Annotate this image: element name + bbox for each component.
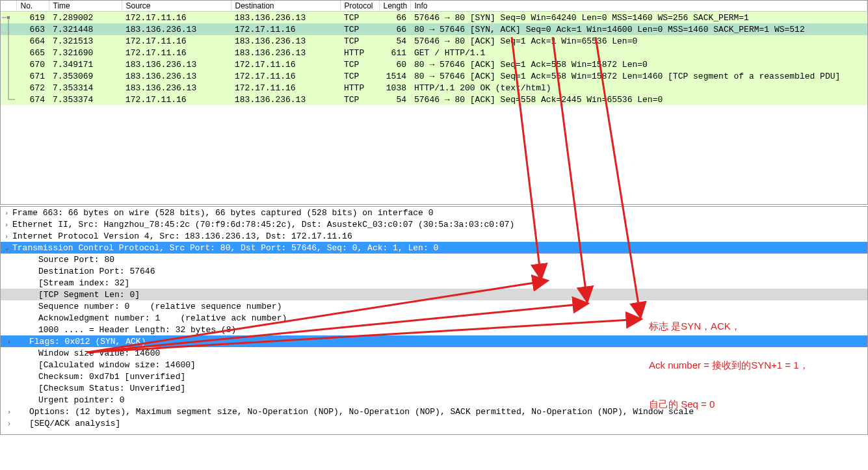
detail-top-node[interactable]: ›Ethernet II, Src: Hangzhou_78:45:2c (70… <box>1 218 867 230</box>
cell-protocol: TCP <box>340 94 379 105</box>
cell-no: 665 <box>16 47 49 59</box>
cell-info: 80 → 57646 [ACK] Seq=1 Ack=558 Win=15872… <box>410 59 867 70</box>
cell-protocol: HTTP <box>340 82 379 94</box>
cell-info: HTTP/1.1 200 OK (text/html) <box>410 82 867 94</box>
annotation-line-3: 自己的 Seq = 0 <box>649 398 809 411</box>
cell-source: 183.136.236.13 <box>122 23 231 35</box>
detail-text: Acknowledgment number: 1 (relative ack n… <box>12 313 287 323</box>
cell-protocol: TCP <box>340 59 379 70</box>
detail-text: [Checksum Status: Unverified] <box>12 384 185 393</box>
cell-protocol: TCP <box>340 23 379 35</box>
expander-icon[interactable]: › <box>1 220 12 228</box>
svg-rect-0 <box>7 16 10 19</box>
packet-row[interactable]: 6747.353374172.17.11.16183.136.236.13TCP… <box>1 94 867 105</box>
cell-destination: 183.136.236.13 <box>231 12 340 24</box>
cell-source: 183.136.236.13 <box>122 70 231 82</box>
detail-text: Window size value: 14600 <box>12 348 160 358</box>
cell-length: 66 <box>379 23 410 35</box>
col-header-no[interactable]: No. <box>16 1 49 12</box>
cell-time: 7.353374 <box>49 94 122 105</box>
cell-source: 183.136.236.13 <box>122 59 231 70</box>
col-header-protocol[interactable]: Protocol <box>340 1 379 12</box>
cell-destination: 183.136.236.13 <box>231 35 340 47</box>
cell-time: 7.289002 <box>49 12 122 24</box>
cell-time: 7.321690 <box>49 47 122 59</box>
cell-destination: 172.17.11.16 <box>231 70 340 82</box>
expander-icon[interactable]: › <box>1 232 12 240</box>
cell-length: 66 <box>379 12 410 24</box>
cell-info: 57646 → 80 [ACK] Seq=558 Ack=2445 Win=65… <box>410 94 867 105</box>
detail-text: [Stream index: 32] <box>12 278 129 288</box>
col-header-gutter[interactable] <box>1 1 16 12</box>
conversation-glyph <box>1 35 16 47</box>
detail-top-node[interactable]: ›Frame 663: 66 bytes on wire (528 bits),… <box>1 207 867 218</box>
detail-text: Source Port: 80 <box>12 255 114 265</box>
cell-destination: 183.136.236.13 <box>231 94 340 105</box>
expander-icon[interactable]: › <box>3 337 15 345</box>
conversation-glyph <box>1 23 16 35</box>
cell-destination: 172.17.11.16 <box>231 82 340 94</box>
cell-source: 172.17.11.16 <box>122 47 231 59</box>
expander-icon[interactable]: › <box>3 408 15 415</box>
packet-list-pane[interactable]: No. Time Source Destination Protocol Len… <box>0 0 868 205</box>
detail-sub-node[interactable]: Destination Port: 57646 <box>1 265 867 277</box>
annotation-line-1: 标志 是SYN，ACK， <box>649 320 809 333</box>
cell-time: 7.349171 <box>49 59 122 70</box>
detail-text: Frame 663: 66 bytes on wire (528 bits), … <box>12 208 434 218</box>
detail-text: Sequence number: 0 (relative sequence nu… <box>12 302 282 311</box>
col-header-time[interactable]: Time <box>49 1 122 12</box>
detail-text: Internet Protocol Version 4, Src: 183.13… <box>12 231 352 241</box>
cell-protocol: TCP <box>340 35 379 47</box>
cell-no: 672 <box>16 82 49 94</box>
packet-row[interactable]: 6707.349171183.136.236.13172.17.11.16TCP… <box>1 59 867 70</box>
conversation-glyph <box>1 94 16 105</box>
expander-icon[interactable]: › <box>3 419 15 427</box>
cell-no: 664 <box>16 35 49 47</box>
detail-text: Checksum: 0xd7b1 [unverified] <box>12 372 185 382</box>
cell-source: 172.17.11.16 <box>122 35 231 47</box>
packet-row[interactable]: 6727.353314183.136.236.13172.17.11.16HTT… <box>1 82 867 94</box>
cell-time: 7.321448 <box>49 23 122 35</box>
packet-table-header-row[interactable]: No. Time Source Destination Protocol Len… <box>1 1 867 12</box>
expander-icon[interactable]: ⌄ <box>1 244 12 252</box>
packet-row[interactable]: 6637.321448183.136.236.13172.17.11.16TCP… <box>1 23 867 35</box>
detail-text: [SEQ/ACK analysis] <box>15 419 120 428</box>
cell-no: 619 <box>16 12 49 24</box>
col-header-info[interactable]: Info <box>410 1 867 12</box>
cell-length: 60 <box>379 59 410 70</box>
cell-info: 80 → 57646 [SYN, ACK] Seq=0 Ack=1 Win=14… <box>410 23 867 35</box>
detail-sub-node[interactable]: Source Port: 80 <box>1 254 867 265</box>
expander-icon[interactable]: › <box>1 209 12 216</box>
cell-no: 671 <box>16 70 49 82</box>
col-header-length[interactable]: Length <box>379 1 410 12</box>
packet-row[interactable]: 6197.289002172.17.11.16183.136.236.13TCP… <box>1 12 867 24</box>
packet-row[interactable]: 6657.321690172.17.11.16183.136.236.13HTT… <box>1 47 867 59</box>
cell-protocol: HTTP <box>340 47 379 59</box>
conversation-glyph <box>1 59 16 70</box>
detail-sub-node[interactable]: [Stream index: 32] <box>1 277 867 289</box>
cell-destination: 172.17.11.16 <box>231 23 340 35</box>
conversation-glyph <box>1 82 16 94</box>
cell-info: 57646 → 80 [SYN] Seq=0 Win=64240 Len=0 M… <box>410 12 867 24</box>
detail-top-node[interactable]: ⌄Transmission Control Protocol, Src Port… <box>1 242 867 254</box>
cell-time: 7.353069 <box>49 70 122 82</box>
cell-length: 54 <box>379 35 410 47</box>
cell-info: 80 → 57646 [ACK] Seq=1 Ack=558 Win=15872… <box>410 70 867 82</box>
detail-text: Destination Port: 57646 <box>12 267 155 276</box>
packet-table: No. Time Source Destination Protocol Len… <box>1 1 867 105</box>
detail-text: Ethernet II, Src: Hangzhou_78:45:2c (70:… <box>12 220 514 229</box>
cell-length: 54 <box>379 94 410 105</box>
annotation-line-2: Ack number = 接收到的SYN+1 = 1， <box>649 359 809 372</box>
packet-row[interactable]: 6717.353069183.136.236.13172.17.11.16TCP… <box>1 70 867 82</box>
cell-info: GET / HTTP/1.1 <box>410 47 867 59</box>
col-header-destination[interactable]: Destination <box>231 1 340 12</box>
cell-length: 1038 <box>379 82 410 94</box>
cell-time: 7.353314 <box>49 82 122 94</box>
detail-top-node[interactable]: ›Internet Protocol Version 4, Src: 183.1… <box>1 230 867 242</box>
detail-text: Urgent pointer: 0 <box>12 395 125 405</box>
cell-protocol: TCP <box>340 70 379 82</box>
detail-text: Options: (12 bytes), Maximum segment siz… <box>15 407 694 417</box>
col-header-source[interactable]: Source <box>122 1 231 12</box>
cell-source: 172.17.11.16 <box>122 12 231 24</box>
packet-row[interactable]: 6647.321513172.17.11.16183.136.236.13TCP… <box>1 35 867 47</box>
